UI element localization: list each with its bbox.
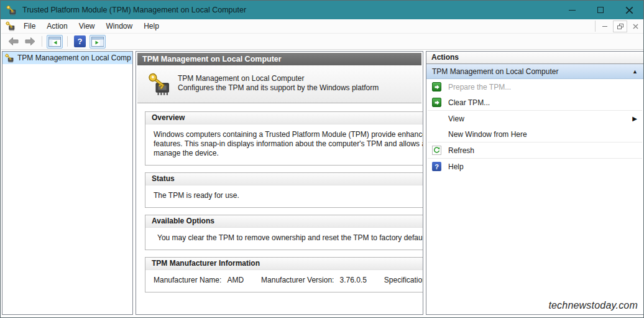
manufacturer-name-field: Manufacturer Name: AMD — [154, 276, 244, 285]
action-label: New Window from Here — [448, 130, 527, 139]
action-prepare-tpm: Prepare the TPM... — [426, 79, 643, 95]
section-overview: Overview Windows computers containing a … — [145, 111, 423, 166]
action-label: Clear TPM... — [448, 98, 490, 107]
mdi-close-icon — [633, 24, 638, 29]
minimize-button[interactable] — [558, 1, 586, 19]
section-manufacturer-info: TPM Manufacturer Information Manufacture… — [145, 257, 423, 292]
action-new-window-from-here[interactable]: New Window from Here — [426, 126, 643, 142]
refresh-icon — [432, 146, 441, 155]
help-icon: ? — [78, 37, 83, 46]
mdi-minimize-button[interactable] — [597, 21, 612, 32]
mdi-separator — [595, 21, 596, 32]
forward-icon — [25, 37, 35, 45]
toolbar-help-button[interactable]: ? — [74, 35, 86, 47]
section-status: Status The TPM is ready for use. — [145, 172, 423, 208]
manufacturer-version-label: Manufacturer Version: — [261, 276, 334, 285]
result-pane: TPM Management on Local Computer TPM Man… — [136, 51, 423, 315]
tree-item-label: TPM Management on Local Comp — [17, 54, 131, 62]
actions-pane: Actions TPM Management on Local Computer… — [426, 51, 644, 315]
section-status-body: The TPM is ready for use. — [145, 185, 423, 207]
title-bar: Trusted Platform Module (TPM) Management… — [1, 1, 643, 19]
mdi-restore-icon — [617, 24, 623, 29]
tree-item-tpm-management[interactable]: TPM Management on Local Comp — [2, 52, 132, 64]
workspace: TPM Management on Local Comp TPM Managem… — [1, 50, 643, 317]
section-status-title: Status — [145, 173, 423, 185]
show-console-tree-icon — [48, 37, 61, 47]
collapse-icon[interactable]: ▲ — [632, 68, 638, 75]
back-button[interactable] — [6, 35, 21, 49]
section-available-options-body: You may clear the TPM to remove ownershi… — [145, 228, 423, 250]
menu-window[interactable]: Window — [101, 19, 139, 34]
options-text: You may clear the TPM to remove ownershi… — [154, 233, 423, 243]
close-button[interactable] — [615, 1, 643, 19]
menu-view[interactable]: View — [73, 19, 101, 34]
minimize-icon — [569, 10, 576, 11]
mdi-minimize-icon — [602, 26, 607, 27]
action-label: Prepare the TPM... — [448, 83, 511, 91]
toolbar-separator-2 — [67, 36, 68, 47]
text-line: features. This snap-in displays informat… — [154, 139, 423, 149]
mdi-close-button[interactable] — [628, 21, 643, 32]
tpm-key-app-icon — [6, 5, 17, 16]
specification-version-label: Specification Version — [384, 276, 423, 285]
banner-subtitle: Configures the TPM and its support by th… — [178, 83, 379, 93]
actions-group-label: TPM Management on Local Computer — [432, 67, 558, 76]
mdi-restore-button[interactable] — [613, 21, 627, 32]
result-pane-header: TPM Management on Local Computer — [137, 53, 421, 65]
submenu-arrow-icon: ▶ — [632, 115, 637, 122]
action-clear-tpm[interactable]: Clear TPM... — [426, 95, 643, 110]
close-icon — [625, 6, 633, 14]
action-view[interactable]: View ▶ — [426, 111, 643, 126]
section-overview-body: Windows computers containing a Trusted P… — [145, 124, 423, 165]
tpm-key-icon — [5, 54, 14, 63]
status-text: The TPM is ready for use. — [154, 191, 423, 200]
maximize-button[interactable] — [586, 1, 615, 19]
toolbar: ? — [1, 34, 644, 50]
manufacturer-name-label: Manufacturer Name: — [154, 276, 221, 285]
toolbar-separator — [42, 36, 42, 47]
banner-title: TPM Management on Local Computer — [178, 74, 379, 83]
manufacturer-name-value: AMD — [227, 276, 244, 285]
console-tree-panel: TPM Management on Local Comp — [2, 51, 133, 315]
tpm-key-chip-icon — [148, 72, 172, 96]
section-overview-title: Overview — [145, 112, 423, 124]
tpm-key-menu-icon — [6, 21, 16, 31]
section-available-options-title: Available Options — [145, 215, 423, 228]
action-label: View — [448, 115, 464, 123]
show-action-pane-icon — [91, 37, 104, 47]
action-help[interactable]: ? Help — [426, 159, 643, 174]
manufacturer-version-value: 3.76.0.5 — [339, 276, 366, 285]
menu-help[interactable]: Help — [138, 19, 165, 34]
actions-pane-title: Actions — [426, 52, 643, 64]
green-arrow-icon — [432, 82, 441, 91]
section-manufacturer-info-body: Manufacturer Name: AMD Manufacturer Vers… — [145, 270, 423, 292]
specification-version-field: Specification Version — [384, 276, 423, 285]
window-title: Trusted Platform Module (TPM) Management… — [22, 6, 558, 14]
back-icon — [8, 37, 19, 45]
snapin-banner: TPM Management on Local Computer Configu… — [137, 65, 421, 103]
action-label: Help — [448, 162, 464, 171]
menu-file[interactable]: File — [18, 19, 41, 34]
app-window: Trusted Platform Module (TPM) Management… — [0, 0, 644, 318]
result-pane-content: Overview Windows computers containing a … — [137, 103, 421, 292]
help-icon: ? — [432, 162, 441, 171]
section-available-options: Available Options You may clear the TPM … — [145, 215, 423, 250]
text-line: Windows computers containing a Trusted P… — [154, 130, 423, 139]
menu-bar: File Action View Window Help — [1, 19, 644, 34]
actions-group-header[interactable]: TPM Management on Local Computer ▲ — [426, 64, 643, 79]
show-action-pane-button[interactable] — [90, 35, 106, 49]
action-refresh[interactable]: Refresh — [426, 143, 643, 158]
forward-button[interactable] — [22, 35, 37, 49]
watermark: technewstoday.com — [548, 300, 638, 311]
text-line: manage the device. — [154, 149, 423, 158]
green-arrow-icon — [432, 98, 441, 107]
manufacturer-version-field: Manufacturer Version: 3.76.0.5 — [261, 276, 367, 285]
section-manufacturer-info-title: TPM Manufacturer Information — [145, 258, 423, 270]
menu-action[interactable]: Action — [41, 19, 73, 34]
action-label: Refresh — [448, 146, 474, 155]
show-console-tree-button[interactable] — [47, 35, 63, 49]
maximize-icon — [597, 7, 604, 13]
manufacturer-fields-row: Manufacturer Name: AMD Manufacturer Vers… — [154, 276, 423, 285]
banner-text: TPM Management on Local Computer Configu… — [178, 74, 379, 93]
